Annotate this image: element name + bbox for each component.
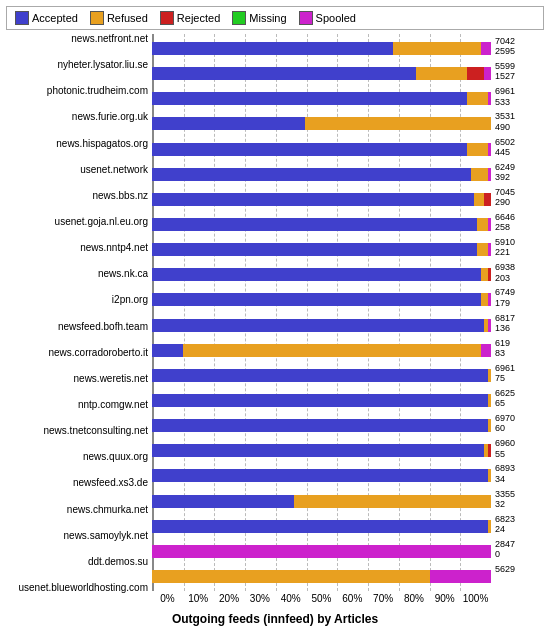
bar-segment [488,268,491,281]
bar-value: 3355 [495,489,546,499]
bar-segment [477,243,487,256]
bar-row: 6817136 [152,313,546,338]
bar-value-labels: 682324 [493,514,546,535]
x-tick: 70% [368,591,399,604]
bar-segment [467,67,484,80]
bar-segment [152,168,471,181]
bar-inner [152,469,491,482]
y-label: news.weretis.net [74,374,148,384]
main-content: news.netfront.netnyheter.lysator.liu.sep… [2,34,548,611]
y-label: usenet.goja.nl.eu.org [55,217,148,227]
bar-inner [152,143,491,156]
bar-segment [152,117,305,130]
bar-value: 203 [495,273,546,283]
bar-segment [488,293,491,306]
bar-segment [488,319,491,332]
bar-inner [152,545,491,558]
y-label: usenet.blueworldhosting.com [18,583,148,593]
bar-value-labels: 6502445 [493,137,546,158]
refused-label: Refused [107,12,148,24]
bar-segment [152,92,467,105]
bar-segment [488,143,491,156]
bar-row: 3531490 [152,111,546,136]
bar-inner [152,218,491,231]
bar-row: 697060 [152,413,546,438]
legend-item-spooled: Spooled [299,11,356,25]
bar-inner [152,243,491,256]
missing-swatch [232,11,246,25]
bar-value: 2847 [495,539,546,549]
bar-value: 6938 [495,262,546,272]
bar-value: 60 [495,423,546,433]
bar-segment [488,243,491,256]
y-label: photonic.trudheim.com [47,86,148,96]
bar-row: 70422595 [152,36,546,61]
bar-row: 335532 [152,489,546,514]
bar-inner [152,92,491,105]
bar-inner [152,419,491,432]
bar-segment [481,344,491,357]
bar-value-labels: 697060 [493,413,546,434]
bar-segment [474,193,484,206]
bar-segment [488,419,491,432]
bar-value: 5910 [495,237,546,247]
y-label: news.furie.org.uk [72,112,148,122]
bar-row: 6749179 [152,287,546,312]
bar-value: 619 [495,338,546,348]
bar-value: 55 [495,449,546,459]
bar-value: 65 [495,398,546,408]
bar-inner [152,520,491,533]
bar-row: 6249392 [152,162,546,187]
legend-item-rejected: Rejected [160,11,220,25]
y-label: news.bbs.nz [92,191,148,201]
x-tick: 0% [152,591,183,604]
bar-segment [467,143,487,156]
bar-value-labels: 696055 [493,438,546,459]
bar-value: 6970 [495,413,546,423]
bar-segment [152,394,488,407]
bar-value: 6893 [495,463,546,473]
y-label: news.tnetconsulting.net [43,426,148,436]
legend-item-refused: Refused [90,11,148,25]
x-tick: 90% [429,591,460,604]
bar-value: 3531 [495,111,546,121]
bar-value: 221 [495,247,546,257]
bar-segment [488,369,491,382]
bar-row: 696175 [152,363,546,388]
bar-value-labels: 28470 [493,539,546,560]
y-label: news.nntp4.net [80,243,148,253]
bar-segment [488,469,491,482]
bar-segment [152,520,488,533]
bar-value-labels: 335532 [493,489,546,510]
bar-segment [152,193,474,206]
refused-swatch [90,11,104,25]
bar-value: 83 [495,348,546,358]
bar-segment [488,444,491,457]
bar-value: 5599 [495,61,546,71]
y-label: news.hispagatos.org [56,139,148,149]
bar-value: 34 [495,474,546,484]
bar-value: 179 [495,298,546,308]
bar-value: 0 [495,549,546,559]
bar-value-labels: 5629 [493,564,546,574]
y-label: news.chmurka.net [67,505,148,515]
legend-item-accepted: Accepted [15,11,78,25]
bar-segment [152,293,481,306]
y-label: news.netfront.net [71,34,148,44]
bar-inner [152,293,491,306]
bar-segment [152,570,430,583]
y-label: news.samoylyk.net [64,531,148,541]
x-axis-title: Outgoing feeds (innfeed) by Articles [2,612,548,626]
legend-item-missing: Missing [232,11,286,25]
bar-row: 7045290 [152,187,546,212]
bar-value: 7042 [495,36,546,46]
bar-value: 258 [495,222,546,232]
bar-value-labels: 6938203 [493,262,546,283]
x-tick: 60% [337,591,368,604]
bar-value-labels: 61983 [493,338,546,359]
bar-inner [152,495,491,508]
bar-row: 6502445 [152,137,546,162]
bar-segment [484,193,491,206]
bar-inner [152,344,491,357]
chart-container: AcceptedRefusedRejectedMissingSpooled ne… [0,0,550,630]
